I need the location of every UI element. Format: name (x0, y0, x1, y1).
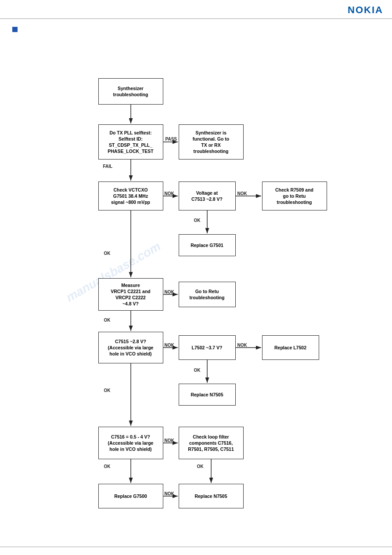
nok4-label: NOK (165, 343, 174, 348)
voltage-c7513-box: Voltage atC7513 ~2.8 V? (179, 181, 236, 210)
start-box: Synthesizertroubleshooting (98, 78, 163, 105)
ok5-label: OK (104, 388, 111, 393)
replace-n7505-2-box: Replace N7505 (179, 484, 244, 508)
replace-l7502-box: Replace L7502 (262, 335, 319, 360)
replace-g7500-box: Replace G7500 (98, 484, 163, 508)
page-header: NOKIA (0, 0, 392, 19)
vctcxo-box: Check VCTCXOG7501 38.4 MHzsignal ~800 mV… (98, 181, 163, 210)
nok6-label: NOK (165, 438, 174, 443)
replace-n7505-1-box: Replace N7505 (179, 384, 236, 406)
ok7-label: OK (197, 464, 204, 469)
l7502-box: L7502 ~3.7 V? (179, 335, 236, 360)
nok7-label: NOK (165, 491, 174, 496)
pass-label: PASS (165, 137, 177, 141)
nokia-logo: NOKIA (348, 4, 383, 16)
check-loop-box: Check loop filtercomponents C7516,R7501,… (179, 427, 244, 459)
check-r7509-box: Check R7509 andgo to Retutroubleshooting (262, 181, 327, 210)
nok2-label: NOK (237, 191, 247, 196)
selftest-box: Do TX PLL selftest:Selftest ID:ST_CDSP_T… (98, 124, 163, 160)
ok3-label: OK (104, 318, 111, 323)
ok6-label: OK (104, 464, 111, 469)
nok5-label: NOK (237, 343, 247, 348)
fail-label: FAIL (103, 164, 113, 169)
c7515-box: C7515 ~2.8 V?(Accessible via largehole i… (98, 332, 163, 363)
ok1-label: OK (104, 251, 111, 256)
section-bullet (12, 27, 18, 32)
nok1-label: NOK (165, 191, 174, 196)
footer-line (0, 547, 392, 548)
measure-vrcp-box: MeasureVRCP1 C2221 andVRCP2 C2222~4.8 V? (98, 278, 163, 311)
ok2-label: OK (194, 218, 201, 223)
c7516-box: C7516 = 0.5 - 4 V?(Accessible via largeh… (98, 427, 163, 459)
functional-box: Synthesizer isfunctional. Go toTX or RXt… (179, 124, 244, 160)
flowchart: manualsbase.com (7, 36, 385, 546)
retu-trouble-box: Go to Retutroubleshooting (179, 282, 236, 307)
replace-g7501-box: Replace G7501 (179, 234, 236, 256)
nok3-label: NOK (165, 290, 174, 294)
ok4-label: OK (194, 368, 201, 373)
